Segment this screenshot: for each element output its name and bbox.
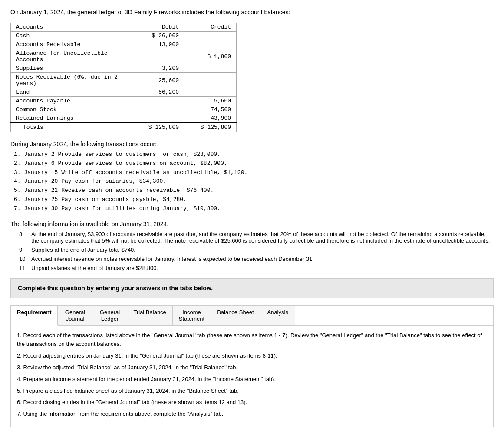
account-name: Cash xyxy=(11,32,132,40)
tabs-container: RequirementGeneral JournalGeneral Ledger… xyxy=(10,305,494,427)
item-text: Accrued interest revenue on notes receiv… xyxy=(31,256,314,262)
col-header-accounts: Accounts xyxy=(11,23,132,32)
during-text: During January 2024, the following trans… xyxy=(10,141,494,148)
tab-content-line-6: 6. Record closing entries in the "Genera… xyxy=(17,398,487,407)
complete-box-text: Complete this question by entering your … xyxy=(18,285,213,292)
totals-credit: $ 125,800 xyxy=(184,123,237,132)
account-name: Accounts Receivable xyxy=(11,40,132,49)
transaction-list: 1. January 2 Provide services to custome… xyxy=(14,150,494,214)
item-text: Unpaid salaries at the end of January ar… xyxy=(31,265,158,271)
credit-value xyxy=(184,73,237,88)
additional-item-1: 8.At the end of January, $3,900 of accou… xyxy=(19,231,494,244)
additional-item-4: 11.Unpaid salaries at the end of January… xyxy=(19,265,494,271)
credit-value xyxy=(184,32,237,40)
transactions-section: During January 2024, the following trans… xyxy=(10,141,494,214)
additional-items-list: 8.At the end of January, $3,900 of accou… xyxy=(10,231,494,271)
account-balances-table: Accounts Debit Credit Cash$ 26,900Accoun… xyxy=(10,23,237,132)
debit-value xyxy=(132,114,184,123)
table-row: Accounts Payable5,600 xyxy=(11,97,237,105)
tab-trial-balance[interactable]: Trial Balance xyxy=(127,306,172,326)
table-row: Common Stock74,500 xyxy=(11,105,237,114)
intro-text: On January 1, 2024, the general ledger o… xyxy=(10,9,494,16)
debit-value xyxy=(132,49,184,64)
tab-content-line-3: 3. Review the adjusted "Trial Balance" a… xyxy=(17,363,487,372)
table-row: Land56,200 xyxy=(11,88,237,97)
tab-balance-sheet[interactable]: Balance Sheet xyxy=(211,306,260,326)
list-item: 5. January 22 Receive cash on accounts r… xyxy=(14,186,494,195)
debit-value: $ 26,900 xyxy=(132,32,184,40)
account-name: Notes Receivable (6%, due in 2 years) xyxy=(11,73,132,88)
list-item: 3. January 15 Write off accounts receiva… xyxy=(14,168,494,178)
totals-label: Totals xyxy=(11,123,132,132)
col-header-credit: Credit xyxy=(184,23,237,32)
tab-income-statement[interactable]: Income Statement xyxy=(173,306,211,326)
account-name: Land xyxy=(11,88,132,97)
following-info-text: The following information is available o… xyxy=(10,220,494,227)
tab-content-line-1: 1. Record each of the transactions liste… xyxy=(17,331,487,349)
credit-value xyxy=(184,40,237,49)
col-header-debit: Debit xyxy=(132,23,184,32)
list-item: 2. January 6 Provide services to custome… xyxy=(14,159,494,168)
debit-value: 56,200 xyxy=(132,88,184,97)
tab-content-line-4: 4. Prepare an income statement for the p… xyxy=(17,375,487,384)
account-name: Accounts Payable xyxy=(11,97,132,105)
tab-requirement[interactable]: Requirement xyxy=(11,306,58,326)
account-name: Retained Earnings xyxy=(11,114,132,123)
table-row: Retained Earnings43,900 xyxy=(11,114,237,123)
table-row: Cash$ 26,900 xyxy=(11,32,237,40)
list-item: 1. January 2 Provide services to custome… xyxy=(14,150,494,159)
tab-general-journal[interactable]: General Journal xyxy=(58,306,92,326)
tab-content-line-5: 5. Prepare a classified balance sheet as… xyxy=(17,387,487,396)
totals-debit: $ 125,800 xyxy=(132,123,184,132)
table-row: Notes Receivable (6%, due in 2 years)25,… xyxy=(11,73,237,88)
additional-item-2: 9.Supplies at the end of January total $… xyxy=(19,247,494,253)
complete-box: Complete this question by entering your … xyxy=(10,278,494,298)
item-text: Supplies at the end of January total $74… xyxy=(31,247,135,253)
tab-content-line-7: 7. Using the information from the requir… xyxy=(17,410,487,419)
credit-value: 43,900 xyxy=(184,114,237,123)
debit-value xyxy=(132,97,184,105)
item-number: 10. xyxy=(19,256,29,262)
table-row: Supplies3,200 xyxy=(11,64,237,73)
list-item: 7. January 30 Pay cash for utilities dur… xyxy=(14,204,494,214)
credit-value: $ 1,800 xyxy=(184,49,237,64)
account-name: Common Stock xyxy=(11,105,132,114)
account-name: Allowance for Uncollectible Accounts xyxy=(11,49,132,64)
debit-value: 13,900 xyxy=(132,40,184,49)
list-item: 4. January 20 Pay cash for salaries, $34… xyxy=(14,177,494,186)
tab-analysis[interactable]: Analysis xyxy=(260,306,295,326)
list-item: 6. January 25 Pay cash on accounts payab… xyxy=(14,195,494,204)
credit-value xyxy=(184,64,237,73)
item-number: 9. xyxy=(19,247,29,253)
tab-content-line-2: 2. Record adjusting entries on January 3… xyxy=(17,352,487,361)
additional-info: The following information is available o… xyxy=(10,220,494,271)
additional-item-3: 10.Accrued interest revenue on notes rec… xyxy=(19,256,494,262)
tab-content-area: 1. Record each of the transactions liste… xyxy=(11,326,493,427)
debit-value: 25,600 xyxy=(132,73,184,88)
table-row: Allowance for Uncollectible Accounts$ 1,… xyxy=(11,49,237,64)
tab-general-ledger[interactable]: General Ledger xyxy=(92,306,127,326)
debit-value xyxy=(132,105,184,114)
debit-value: 3,200 xyxy=(132,64,184,73)
table-row: Accounts Receivable13,900 xyxy=(11,40,237,49)
tabs-row[interactable]: RequirementGeneral JournalGeneral Ledger… xyxy=(11,306,493,326)
item-number: 8. xyxy=(19,231,29,244)
credit-value xyxy=(184,88,237,97)
credit-value: 74,500 xyxy=(184,105,237,114)
item-text: At the end of January, $3,900 of account… xyxy=(31,231,494,244)
account-name: Supplies xyxy=(11,64,132,73)
credit-value: 5,600 xyxy=(184,97,237,105)
item-number: 11. xyxy=(19,265,29,271)
